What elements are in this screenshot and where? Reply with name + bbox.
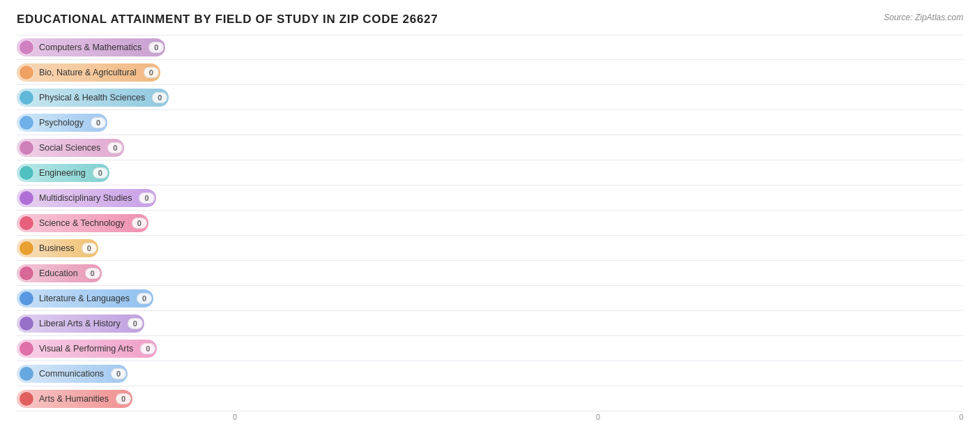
bar-label: Arts & Humanities [34,394,114,404]
bar-pill: Physical & Health Sciences 0 [17,89,169,107]
bar-track [233,386,963,411]
bar-value: 0 [107,142,123,153]
x-axis-label: 0 [233,413,237,421]
bar-row: Physical & Health Sciences 0 [17,85,963,110]
x-axis-label: 0 [959,413,963,421]
bar-label: Psychology [34,118,89,128]
bar-circle [19,90,34,105]
bar-track [233,211,963,235]
bar-track [233,85,963,109]
bar-circle [19,165,34,181]
bar-pill: Science & Technology 0 [17,214,148,232]
bar-value: 0 [132,218,147,229]
bar-value: 0 [144,67,159,78]
bar-value: 0 [152,92,167,103]
bar-row: Education 0 [17,261,963,286]
bar-track [233,135,963,160]
bar-label: Visual & Performing Arts [34,344,139,354]
x-axis: 000 [233,413,963,421]
bar-row: Computers & Mathematics 0 [17,35,963,60]
bar-label-area: Literature & Languages 0 [17,289,233,308]
bar-pill: Arts & Humanities 0 [17,390,132,408]
bar-label: Social Sciences [34,143,106,153]
bar-track [233,286,963,310]
bar-row: Psychology 0 [17,110,963,135]
bar-circle [19,241,34,256]
bar-label: Literature & Languages [34,294,135,303]
bar-track [233,236,963,260]
bar-circle [19,215,34,231]
chart-header: EDUCATIONAL ATTAINMENT BY FIELD OF STUDY… [17,13,963,26]
bar-value: 0 [111,368,126,379]
bar-row: Social Sciences 0 [17,135,963,160]
bar-pill: Multidisciplinary Studies 0 [17,189,156,207]
bar-label-area: Social Sciences 0 [17,139,233,157]
bar-label: Engineering [34,168,91,178]
bar-track [233,311,963,335]
bar-row: Communications 0 [17,361,963,386]
bar-value: 0 [128,318,143,329]
bar-value: 0 [85,268,100,279]
bar-label-area: Engineering 0 [17,164,233,182]
bar-label-area: Communications 0 [17,365,233,383]
bar-label: Computers & Mathematics [34,43,147,52]
bar-track [233,110,963,135]
bar-value: 0 [116,393,131,404]
bar-pill: Visual & Performing Arts 0 [17,340,157,358]
bar-circle [19,40,34,55]
bar-row: Arts & Humanities 0 [17,386,963,411]
bar-row: Engineering 0 [17,160,963,185]
bar-label: Business [34,243,80,253]
bar-value: 0 [93,167,108,179]
bar-circle [19,140,34,155]
bar-label: Education [34,268,84,278]
chart-area: Computers & Mathematics 0 Bio, Nature & … [17,35,963,411]
bar-row: Literature & Languages 0 [17,286,963,311]
bar-pill: Social Sciences 0 [17,139,124,157]
bar-value: 0 [148,42,164,53]
bar-value: 0 [139,192,154,204]
bar-label-area: Bio, Nature & Agricultural 0 [17,63,233,82]
bar-track [233,36,963,59]
bar-pill: Literature & Languages 0 [17,289,153,308]
bar-label: Physical & Health Sciences [34,93,151,103]
bar-label-area: Science & Technology 0 [17,214,233,232]
bar-circle [19,115,34,130]
bar-label-area: Psychology 0 [17,114,233,132]
bar-track [233,261,963,285]
bar-label-area: Multidisciplinary Studies 0 [17,189,233,207]
bar-pill: Communications 0 [17,365,128,383]
bar-circle [19,266,34,281]
bar-label-area: Physical & Health Sciences 0 [17,89,233,107]
bar-label-area: Liberal Arts & History 0 [17,314,233,333]
bar-circle [19,65,34,80]
bar-pill: Computers & Mathematics 0 [17,38,165,56]
bar-label: Liberal Arts & History [34,319,126,328]
bar-circle [19,341,34,356]
bar-circle [19,190,34,206]
bar-pill: Business 0 [17,239,98,257]
bar-track [233,361,963,386]
bar-label-area: Business 0 [17,239,233,257]
bar-track [233,185,963,210]
chart-wrapper: Computers & Mathematics 0 Bio, Nature & … [17,35,963,421]
x-axis-label: 0 [596,413,600,421]
bar-label-area: Arts & Humanities 0 [17,390,233,408]
bar-circle [19,391,34,407]
bar-row: Science & Technology 0 [17,211,963,236]
bar-label: Communications [34,369,109,379]
bar-pill: Engineering 0 [17,164,109,182]
bar-label-area: Computers & Mathematics 0 [17,38,233,56]
bar-row: Multidisciplinary Studies 0 [17,185,963,211]
bar-value: 0 [82,243,97,254]
chart-title: EDUCATIONAL ATTAINMENT BY FIELD OF STUDY… [17,13,438,26]
bar-track [233,60,963,84]
bar-label-area: Visual & Performing Arts 0 [17,340,233,358]
bar-pill: Liberal Arts & History 0 [17,314,144,333]
bar-row: Bio, Nature & Agricultural 0 [17,60,963,85]
bar-circle [19,291,34,306]
bar-label: Multidisciplinary Studies [34,193,137,203]
bar-pill: Bio, Nature & Agricultural 0 [17,63,160,82]
bar-label-area: Education 0 [17,264,233,282]
bar-value: 0 [91,117,106,128]
